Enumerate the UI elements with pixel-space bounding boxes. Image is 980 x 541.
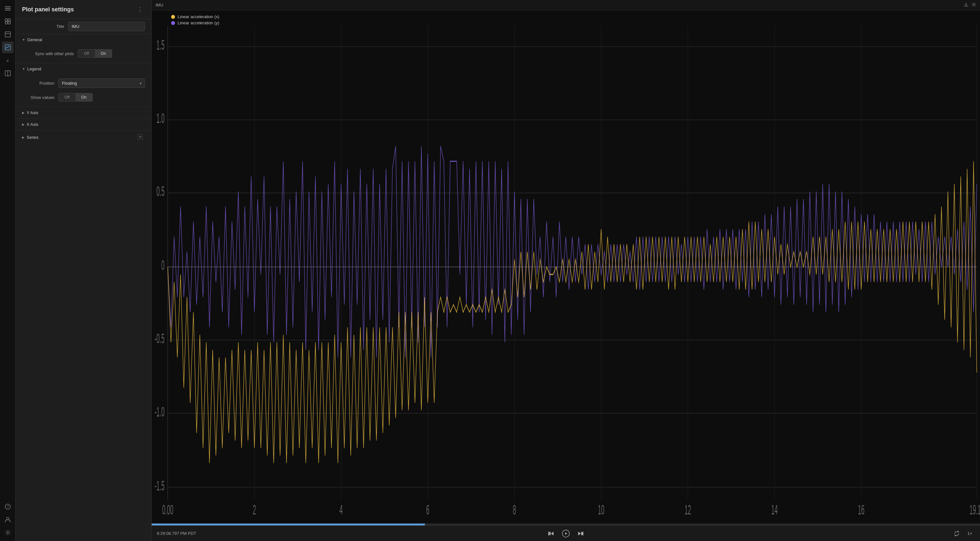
x-axis-label: X Axis [27, 122, 38, 127]
sidebar-item-plot[interactable] [2, 41, 14, 53]
y-axis-arrow-icon: ▶ [22, 111, 25, 115]
settings-panel: Plot panel settings ⋮ Title ▼ General Sy… [16, 0, 152, 541]
svg-text:10: 10 [598, 502, 605, 517]
playback-controls [546, 528, 585, 539]
sidebar-item-grid[interactable] [2, 16, 14, 27]
svg-text:16: 16 [858, 502, 865, 517]
svg-text:6: 6 [426, 502, 430, 517]
show-values-row: Show values Off On [16, 91, 151, 104]
y-axis-label: Y Axis [27, 110, 38, 115]
legend-label-y: Linear acceleration (y) [178, 21, 220, 25]
sync-on-button[interactable]: On [95, 49, 112, 57]
svg-rect-2 [5, 10, 11, 10]
loop-button[interactable] [953, 529, 961, 538]
plot-area: IMU [152, 0, 980, 525]
legend-label-x: Linear acceleration (x) [178, 14, 220, 19]
svg-text:-1.5: -1.5 [154, 478, 165, 493]
svg-text:-1.0: -1.0 [154, 404, 165, 420]
svg-text:12: 12 [685, 502, 691, 517]
svg-text:?: ? [6, 505, 8, 509]
series-section-header[interactable]: ▶ Series [16, 130, 151, 144]
show-values-off-button[interactable]: Off [59, 93, 75, 101]
legend-item-y: Linear acceleration (y) [171, 21, 220, 25]
legend-arrow-icon: ▼ [22, 67, 25, 71]
sync-toggle[interactable]: Off On [78, 49, 112, 58]
forward-button[interactable] [576, 529, 585, 538]
play-button[interactable] [561, 528, 571, 539]
show-values-label: Show values [22, 95, 54, 100]
chart-svg: 1.5 1.0 0.5 0 -0.5 -1.0 -1.5 0.00 2 4 6 … [152, 10, 980, 523]
legend-dot-x [171, 15, 175, 19]
legend-item-x: Linear acceleration (x) [171, 14, 220, 19]
svg-rect-0 [5, 6, 11, 7]
settings-panel-title: Plot panel settings [22, 6, 74, 13]
svg-text:14: 14 [771, 502, 778, 517]
series-label: Series [27, 135, 38, 140]
sidebar-item-layout[interactable] [2, 67, 14, 79]
sidebar-item-user[interactable] [2, 514, 14, 525]
position-label: Position [22, 81, 54, 86]
download-icon[interactable] [964, 2, 968, 8]
rewind-button[interactable] [546, 529, 555, 538]
legend-label: Legend [27, 67, 41, 71]
legend-section-header[interactable]: ▼ Legend [16, 63, 151, 75]
time-display: 8:29:06.797 PM PDT [157, 531, 196, 536]
svg-rect-5 [5, 22, 8, 24]
sync-off-button[interactable]: Off [78, 49, 95, 57]
svg-rect-4 [8, 19, 10, 21]
add-series-button[interactable] [136, 134, 145, 141]
general-section-header[interactable]: ▼ General [16, 34, 151, 45]
legend-dot-y [171, 21, 175, 25]
svg-rect-3 [5, 19, 8, 21]
svg-text:8: 8 [513, 502, 516, 517]
settings-header: Plot panel settings ⋮ [16, 0, 151, 19]
position-dropdown-wrapper: Floating Top Bottom Left Right None ▼ [58, 78, 145, 88]
sync-row: Sync with other plots Off On [16, 47, 151, 60]
svg-text:1.0: 1.0 [156, 111, 165, 126]
sidebar-item-variable[interactable]: x [2, 54, 14, 66]
svg-text:0.00: 0.00 [162, 502, 173, 517]
chart-legend: Linear acceleration (x) Linear accelerat… [171, 14, 220, 25]
svg-text:1.5: 1.5 [156, 37, 165, 53]
sidebar-item-panel[interactable] [2, 29, 14, 40]
svg-rect-1 [5, 8, 11, 9]
general-arrow-icon: ▼ [22, 38, 25, 41]
title-row: Title [16, 19, 151, 34]
series-arrow-icon: ▶ [22, 136, 25, 139]
svg-text:-0.5: -0.5 [154, 331, 165, 346]
plot-settings-icon[interactable] [972, 2, 976, 8]
svg-text:19.19: 19.19 [970, 502, 980, 517]
plot-header: IMU [152, 0, 980, 10]
sidebar-item-settings[interactable] [2, 527, 14, 538]
x-axis-section-header[interactable]: ▶ X Axis [16, 118, 151, 130]
sidebar-item-menu[interactable] [2, 3, 14, 14]
legend-section-content: Position Floating Top Bottom Left Right … [16, 75, 151, 107]
title-input[interactable] [68, 22, 145, 31]
general-section-content: Sync with other plots Off On [16, 45, 151, 63]
more-button[interactable]: ⋮ [135, 5, 145, 14]
position-row: Position Floating Top Bottom Left Right … [16, 76, 151, 91]
speed-button[interactable]: 1× [965, 530, 975, 537]
chart-wrapper: Linear acceleration (x) Linear accelerat… [152, 10, 980, 523]
general-label: General [27, 37, 42, 42]
svg-rect-7 [5, 32, 10, 37]
title-label: Title [22, 24, 64, 29]
show-values-on-button[interactable]: On [75, 93, 92, 101]
right-controls: 1× [953, 529, 975, 538]
plot-header-icons [964, 2, 976, 8]
svg-text:0: 0 [161, 258, 165, 273]
svg-text:0.5: 0.5 [156, 184, 165, 199]
y-axis-section-header[interactable]: ▶ Y Axis [16, 107, 151, 118]
main-content: IMU [152, 0, 980, 541]
svg-point-15 [7, 532, 8, 533]
sidebar-item-help[interactable]: ? [2, 501, 14, 512]
svg-rect-6 [8, 22, 10, 24]
position-select[interactable]: Floating Top Bottom Left Right None [58, 78, 145, 88]
svg-point-19 [973, 4, 975, 5]
sidebar: x ? [0, 0, 16, 541]
svg-text:4: 4 [340, 502, 343, 517]
sync-label: Sync with other plots [22, 51, 74, 56]
plot-title: IMU [156, 3, 163, 8]
show-values-toggle[interactable]: Off On [58, 93, 93, 102]
bottom-bar: 8:29:06.797 PM PDT [152, 525, 980, 541]
